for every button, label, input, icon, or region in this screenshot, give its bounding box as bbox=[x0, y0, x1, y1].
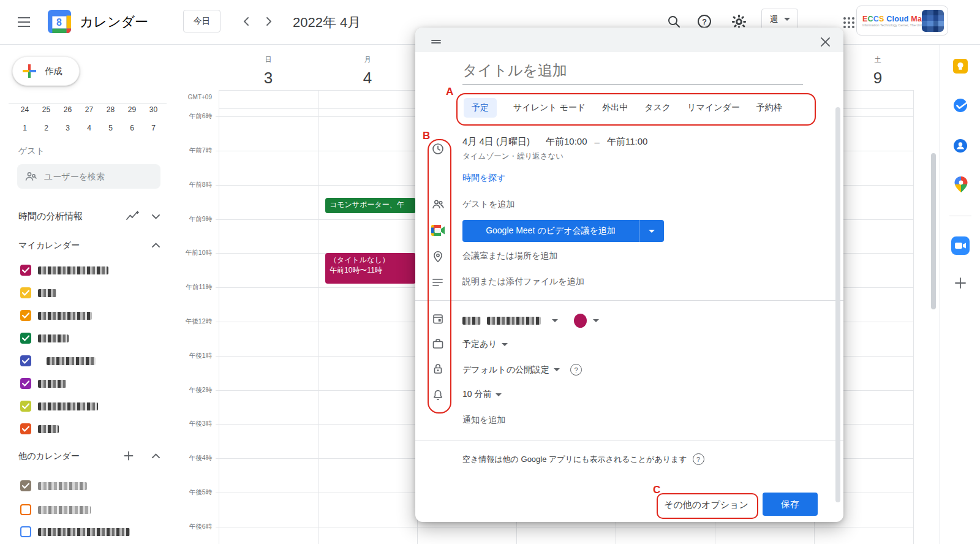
calendar-checkbox-checked[interactable] bbox=[20, 310, 31, 321]
more-options-button[interactable]: その他のオプション bbox=[658, 494, 755, 515]
day-number[interactable]: 3 bbox=[244, 69, 293, 88]
mini-calendar-date[interactable]: 6 bbox=[121, 124, 143, 132]
calendar-checkbox-unchecked[interactable] bbox=[20, 526, 31, 537]
mini-calendar-date[interactable]: 24 bbox=[14, 105, 36, 114]
guest-search-box[interactable] bbox=[17, 164, 160, 189]
event-end-time[interactable]: 午前11:00 bbox=[607, 136, 647, 148]
mini-calendar-date[interactable]: 25 bbox=[36, 105, 57, 114]
dialog-scrollbar[interactable] bbox=[835, 107, 840, 502]
calendar-checkbox-unchecked[interactable] bbox=[20, 504, 31, 515]
create-button[interactable]: 作成 bbox=[12, 56, 80, 86]
calendar-checkbox-checked[interactable] bbox=[20, 480, 31, 491]
mini-calendar-date[interactable]: 3 bbox=[57, 124, 78, 132]
mini-calendar-date[interactable]: 7 bbox=[143, 124, 164, 132]
day-number[interactable]: 4 bbox=[343, 69, 392, 88]
chevron-down-icon[interactable] bbox=[593, 319, 599, 322]
apps-grid-icon[interactable] bbox=[841, 15, 857, 31]
mini-calendar-date[interactable]: 29 bbox=[121, 105, 143, 114]
keep-icon[interactable] bbox=[953, 59, 968, 74]
prev-period-icon[interactable] bbox=[238, 13, 255, 30]
calendar-event-selected[interactable]: （タイトルなし） 午前10時〜11時 bbox=[325, 253, 416, 284]
tab-out-of-office[interactable]: 外出中 bbox=[602, 102, 628, 113]
hamburger-menu-icon[interactable] bbox=[16, 15, 32, 29]
my-calendars-chevron-up-icon[interactable] bbox=[148, 238, 163, 252]
calendar-checkbox-checked[interactable] bbox=[20, 333, 31, 344]
event-color-dot[interactable] bbox=[574, 314, 587, 328]
footer-help-icon[interactable]: ? bbox=[693, 453, 704, 465]
event-start-time[interactable]: 午前10:00 bbox=[546, 136, 587, 148]
dialog-drag-bar[interactable] bbox=[415, 28, 843, 52]
my-calendar-item[interactable] bbox=[20, 287, 56, 298]
reminder-row[interactable]: 10 分前 bbox=[462, 389, 502, 400]
other-calendar-item[interactable] bbox=[20, 526, 130, 537]
visibility-row[interactable]: デフォルトの公開設定 ? bbox=[462, 364, 582, 376]
busy-status-row[interactable]: 予定あり bbox=[462, 339, 508, 350]
main-scrollbar[interactable] bbox=[931, 153, 936, 309]
save-button[interactable]: 保存 bbox=[763, 493, 818, 516]
add-guests-field[interactable]: ゲストを追加 bbox=[462, 199, 514, 210]
add-panel-app-icon[interactable] bbox=[953, 276, 968, 290]
tab-reminder[interactable]: リマインダー bbox=[687, 102, 740, 113]
guest-search-input[interactable] bbox=[43, 171, 143, 182]
calendar-checkbox-checked[interactable] bbox=[20, 423, 31, 434]
my-calendar-item[interactable] bbox=[20, 333, 69, 344]
my-calendar-item[interactable] bbox=[20, 265, 108, 276]
my-calendar-item[interactable] bbox=[20, 378, 66, 389]
mini-calendar-date[interactable]: 1 bbox=[14, 124, 36, 132]
visibility-help-icon[interactable]: ? bbox=[570, 364, 582, 376]
my-calendar-item[interactable] bbox=[20, 423, 59, 434]
my-calendar-item[interactable] bbox=[20, 355, 96, 366]
my-calendar-item[interactable] bbox=[20, 310, 92, 321]
account-brand-card[interactable]: ECCS Cloud Mail Information Technology C… bbox=[856, 6, 948, 36]
add-notification-link[interactable]: 通知を追加 bbox=[462, 415, 505, 426]
busy-status-value[interactable]: 予定あり bbox=[462, 339, 497, 350]
view-selector-dropdown[interactable]: 週 bbox=[761, 9, 798, 30]
tab-focus-time[interactable]: サイレント モード bbox=[513, 102, 586, 113]
datetime-row[interactable]: 4月 4日 (月曜日) 午前10:00 – 午前11:00 bbox=[462, 136, 647, 148]
add-description-field[interactable]: 説明または添付ファイルを追加 bbox=[462, 276, 584, 287]
maps-icon[interactable] bbox=[954, 176, 968, 192]
mini-calendar-date[interactable]: 26 bbox=[57, 105, 78, 114]
close-icon[interactable] bbox=[818, 34, 832, 49]
tab-event[interactable]: 予定 bbox=[464, 98, 497, 118]
other-calendars-chevron-up-icon[interactable] bbox=[148, 448, 163, 463]
timezone-recurrence-subtext[interactable]: タイムゾーン・繰り返さない bbox=[462, 151, 564, 162]
tasks-icon[interactable] bbox=[953, 98, 968, 113]
event-title-input[interactable] bbox=[462, 62, 803, 85]
insights-chevron-down-icon[interactable] bbox=[148, 210, 163, 224]
zoom-icon[interactable] bbox=[951, 236, 970, 255]
day-number[interactable]: 9 bbox=[853, 69, 902, 88]
other-calendar-item[interactable] bbox=[20, 480, 87, 491]
mini-calendar-date[interactable]: 5 bbox=[100, 124, 121, 132]
tab-appointment-slots[interactable]: 予約枠 bbox=[756, 102, 782, 113]
calendar-owner-row[interactable] bbox=[462, 314, 599, 328]
add-location-field[interactable]: 会議室または場所を追加 bbox=[462, 251, 557, 262]
mini-calendar-date[interactable]: 27 bbox=[78, 105, 100, 114]
contacts-icon[interactable] bbox=[953, 138, 968, 153]
next-period-icon[interactable] bbox=[260, 13, 277, 30]
today-button[interactable]: 今日 bbox=[183, 10, 221, 32]
calendar-checkbox-checked[interactable] bbox=[20, 265, 31, 276]
other-calendar-item[interactable] bbox=[20, 504, 91, 515]
find-a-time-link[interactable]: 時間を探す bbox=[462, 173, 506, 184]
mini-calendar-date[interactable]: 30 bbox=[143, 105, 164, 114]
calendar-event[interactable]: コモンサポーター、午 bbox=[325, 198, 416, 213]
drag-handle-icon[interactable] bbox=[431, 36, 441, 47]
mini-calendar-date[interactable]: 4 bbox=[78, 124, 100, 132]
visibility-value[interactable]: デフォルトの公開設定 bbox=[462, 365, 549, 376]
my-calendar-item[interactable] bbox=[20, 401, 98, 412]
event-date[interactable]: 4月 4日 (月曜日) bbox=[462, 136, 530, 148]
account-avatar[interactable] bbox=[922, 10, 944, 32]
meet-options-dropdown[interactable] bbox=[639, 220, 664, 242]
calendar-checkbox-checked[interactable] bbox=[20, 287, 31, 298]
add-other-calendar-icon[interactable] bbox=[121, 448, 136, 463]
calendar-checkbox-checked[interactable] bbox=[20, 355, 31, 366]
chevron-down-icon[interactable] bbox=[552, 319, 558, 322]
mini-calendar-date[interactable]: 2 bbox=[36, 124, 57, 132]
tab-task[interactable]: タスク bbox=[644, 102, 671, 113]
mini-calendar-date[interactable]: 28 bbox=[100, 105, 121, 114]
add-meet-button[interactable]: Google Meet のビデオ会議を追加 bbox=[462, 220, 639, 242]
calendar-checkbox-checked[interactable] bbox=[20, 378, 31, 389]
calendar-checkbox-checked[interactable] bbox=[20, 401, 31, 412]
reminder-value[interactable]: 10 分前 bbox=[462, 389, 491, 400]
